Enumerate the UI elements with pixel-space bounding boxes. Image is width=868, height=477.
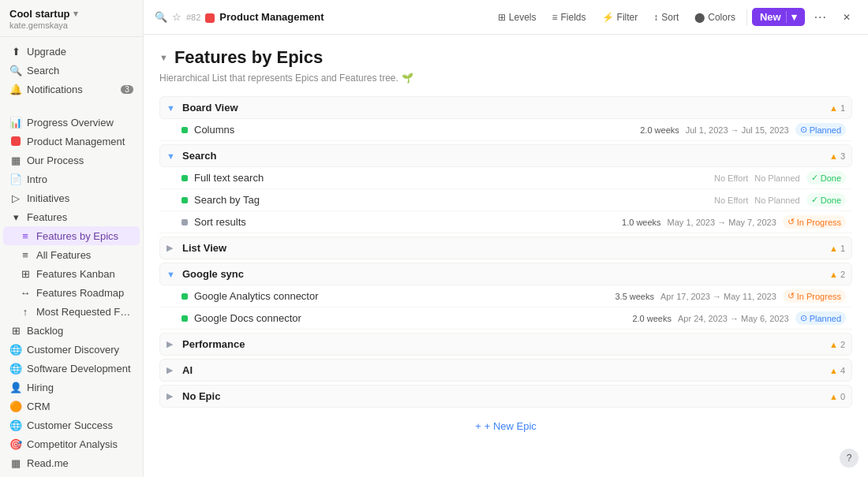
sidebar-item-backlog[interactable]: ⊞ Backlog [3, 321, 140, 340]
feature-row-full-text-search[interactable]: Full text search No Effort No Planned ✓ … [159, 167, 852, 189]
feature-row-sort-results[interactable]: Sort results 1.0 weeks May 1, 2023 → May… [159, 211, 852, 233]
feature-meta: 1.0 weeks May 1, 2023 → May 7, 2023 ↺ In… [622, 215, 846, 229]
item-label: Customer Success [27, 419, 113, 431]
colors-button[interactable]: ⬤ Colors [688, 9, 742, 26]
epic-header-ai[interactable]: ▶ AI ▲ 4 [159, 359, 852, 382]
feature-meta: 2.0 weeks Apr 24, 2023 → May 6, 2023 ⊙ P… [632, 311, 846, 325]
backlog-icon: ⊞ [9, 324, 22, 337]
new-epic-row[interactable]: + + New Epic [159, 411, 852, 442]
sidebar-item-features[interactable]: ▾ Features [3, 207, 140, 226]
help-button[interactable]: ? [840, 449, 859, 468]
sidebar-item-competitor-analysis[interactable]: 🎯 Competitor Analysis [3, 434, 140, 453]
search-label: Search [27, 65, 59, 76]
epics-icon: ≡ [19, 229, 32, 242]
item-label: Most Requested Fea... [36, 306, 133, 318]
epic-header-google-sync[interactable]: ▼ Google sync ▲ 2 [159, 263, 852, 285]
sidebar-item-most-requested[interactable]: ↑ Most Requested Fea... [3, 302, 140, 321]
globe2-icon: 🌐 [9, 362, 22, 375]
upgrade-label: Upgrade [27, 46, 66, 58]
item-label: CRM [27, 401, 51, 412]
sidebar-item-search[interactable]: 🔍 Search [3, 61, 140, 80]
more-button[interactable]: ··· [808, 7, 833, 28]
fields-button[interactable]: ≡ Fields [546, 9, 593, 26]
epic-header-performance[interactable]: ▶ Performance ▲ 2 [159, 333, 852, 356]
sidebar-item-read-me[interactable]: ▦ Read.me [3, 453, 140, 472]
sidebar-item-customer-discovery[interactable]: 🌐 Customer Discovery [3, 340, 140, 359]
epic-header-search[interactable]: ▼ Search ▲ 3 [159, 144, 852, 167]
sidebar-item-progress-overview[interactable]: 📊 Progress Overview [3, 113, 140, 132]
rm-icon: ▦ [9, 457, 22, 469]
sidebar-item-product-management[interactable]: Product Management [3, 132, 140, 151]
sort-button[interactable]: ↕ Sort [647, 9, 685, 26]
chart-icon: 📊 [9, 116, 22, 129]
item-label: Our Process [27, 155, 84, 166]
sidebar-item-customize-me[interactable]: ▦ Customize.me [3, 472, 140, 477]
sidebar-item-software-development[interactable]: 🌐 Software Development [3, 359, 140, 378]
epic-features-board-view: Columns 2.0 weeks Jul 1, 2023 → Jul 15, … [159, 119, 852, 141]
collapse-page-icon[interactable]: ▼ [159, 53, 168, 62]
topbar: 🔍 ☆ #82 Product Management ⊞ Levels ≡ Fi… [144, 0, 868, 35]
sidebar-item-hiring[interactable]: 👤 Hiring [3, 378, 140, 397]
epic-toggle-icon: ▼ [166, 151, 178, 161]
features-icon: ▾ [9, 211, 22, 223]
epic-count: ▲ 4 [829, 366, 845, 375]
star-topbar-icon[interactable]: ☆ [172, 11, 181, 23]
epic-header-board-view[interactable]: ▼ Board View ▲ 1 [159, 96, 852, 119]
new-dropdown-icon[interactable]: ▾ [786, 11, 797, 23]
epic-header-no-epic[interactable]: ▶ No Epic ▲ 0 [159, 385, 852, 408]
epic-header-list-view[interactable]: ▶ List View ▲ 1 [159, 237, 852, 259]
epic-toggle-icon: ▶ [166, 365, 178, 375]
item-label: Software Development [27, 363, 131, 375]
sidebar-item-notifications[interactable]: 🔔 Notifications 3 [3, 80, 140, 99]
sidebar-item-features-roadmap[interactable]: ↔ Features Roadmap [3, 283, 140, 302]
feature-row-columns[interactable]: Columns 2.0 weeks Jul 1, 2023 → Jul 15, … [159, 119, 852, 141]
item-label: Progress Overview [27, 117, 114, 129]
sidebar-item-customer-success[interactable]: 🌐 Customer Success [3, 416, 140, 434]
feature-name: Search by Tag [194, 194, 708, 206]
workspace-name[interactable]: Cool startup ▾ [9, 8, 133, 20]
feature-meta: 2.0 weeks Jul 1, 2023 → Jul 15, 2023 ⊙ P… [640, 123, 846, 136]
feature-dot [181, 127, 188, 133]
feature-dates: No Planned [754, 196, 800, 205]
filter-button[interactable]: ⚡ Filter [596, 9, 645, 26]
feature-dot [181, 315, 188, 322]
feature-weeks: No Effort [714, 196, 748, 205]
new-button[interactable]: New ▾ [752, 8, 805, 26]
levels-button[interactable]: ⊞ Levels [492, 9, 543, 26]
upgrade-icon: ⬆ [9, 45, 22, 58]
sidebar-item-our-process[interactable]: ▦ Our Process [3, 151, 140, 170]
item-label: Intro [27, 173, 47, 185]
feature-weeks: 2.0 weeks [640, 125, 679, 135]
search-topbar-icon[interactable]: 🔍 [155, 11, 167, 23]
feature-dates: Apr 17, 2023 → May 11, 2023 [660, 292, 776, 301]
new-label: New [760, 11, 781, 23]
feature-meta: No Effort No Planned ✓ Done [714, 171, 846, 184]
feature-row-google-analytics[interactable]: Google Analytics connector 3.5 weeks Apr… [159, 285, 852, 307]
sidebar-item-crm[interactable]: 🟠 CRM [3, 397, 140, 416]
feature-row-google-docs[interactable]: Google Docs connector 2.0 weeks Apr 24, … [159, 307, 852, 330]
sidebar-item-intro[interactable]: 📄 Intro [3, 170, 140, 188]
feature-meta: 3.5 weeks Apr 17, 2023 → May 11, 2023 ↺ … [615, 289, 846, 303]
colors-icon: ⬤ [694, 12, 705, 23]
sidebar-item-features-by-epics[interactable]: ≡ Features by Epics [3, 226, 140, 245]
epic-toggle-icon: ▼ [166, 103, 178, 113]
notifications-icon: 🔔 [9, 83, 22, 95]
sidebar-item-all-features[interactable]: ≡ All Features [3, 245, 140, 264]
close-button[interactable]: ✕ [836, 9, 857, 26]
feature-dot [181, 197, 188, 203]
item-label: Product Management [27, 136, 125, 147]
epic-group-list-view: ▶ List View ▲ 1 [159, 237, 852, 259]
globe-icon: 🌐 [9, 343, 22, 356]
item-label: Read.me [27, 457, 69, 469]
status-badge: ✓ Done [806, 171, 846, 184]
epic-count: ▲ 3 [829, 151, 845, 161]
item-label: Hiring [27, 382, 54, 393]
sidebar-item-initiatives[interactable]: ▷ Initiatives [3, 188, 140, 207]
feature-row-search-by-tag[interactable]: Search by Tag No Effort No Planned ✓ Don… [159, 189, 852, 211]
sidebar-item-upgrade[interactable]: ⬆ Upgrade [3, 42, 140, 61]
epic-name: Board View [182, 102, 825, 114]
status-badge: ⊙ Planned [795, 123, 846, 136]
star-icon: ↑ [19, 305, 32, 318]
sidebar-item-features-kanban[interactable]: ⊞ Features Kanban [3, 264, 140, 283]
search-icon: 🔍 [9, 64, 22, 76]
